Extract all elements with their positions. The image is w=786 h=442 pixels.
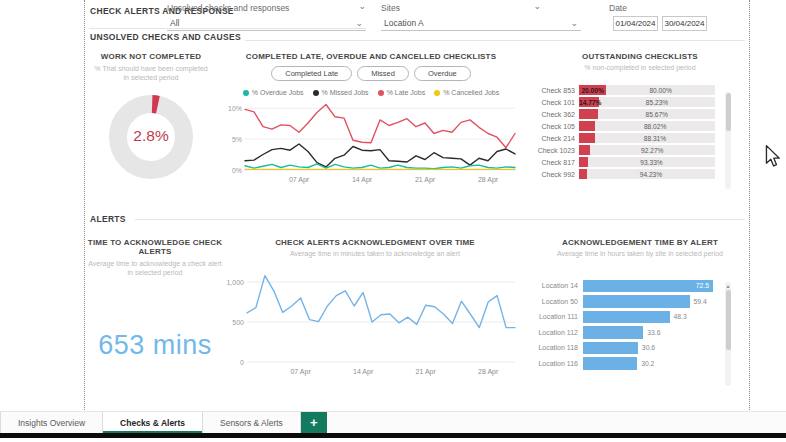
filter-unsolved-header[interactable]: Unsolved checks and responses ⌄ <box>167 3 366 13</box>
svg-text:10%: 10% <box>228 105 242 112</box>
table-row[interactable]: Check 36285.67% <box>529 108 751 120</box>
late-overdue-line-chart[interactable]: 0%5%10%07 Apr14 Apr21 Apr28 Apr <box>225 98 521 186</box>
legend-item[interactable]: % Missed Jobs <box>313 89 369 96</box>
bar-track: 88.02% <box>579 121 715 131</box>
location-label: Location 112 <box>529 329 583 336</box>
chart-button-overdue[interactable]: Overdue <box>414 66 471 81</box>
report-tab-bar: Insights OverviewChecks & AlertsSensors … <box>0 411 786 433</box>
filter-sites-header[interactable]: Sites ⌄ <box>381 3 541 13</box>
svg-text:14 Apr: 14 Apr <box>353 368 374 376</box>
bar-value-label: 33.6 <box>643 329 660 336</box>
checklist-label: Check 105 <box>529 123 579 130</box>
filter-unsolved-dropdown[interactable]: All ⌄ <box>167 16 366 31</box>
svg-text:0%: 0% <box>232 167 242 174</box>
table-row[interactable]: Check 21488.31% <box>529 132 751 144</box>
table-row[interactable]: Location 11148.3 <box>529 309 751 325</box>
mouse-cursor-icon <box>765 145 780 172</box>
tab-sensors-alerts[interactable]: Sensors & Alerts <box>203 412 301 433</box>
date-from-input[interactable]: 01/04/2024 <box>613 16 658 31</box>
completed-value-label: 85.67% <box>598 111 715 118</box>
table-row[interactable]: Check 81793.33% <box>529 156 751 168</box>
completed-value-label: 94.23% <box>587 171 715 178</box>
panel-title: WORK NOT COMPLETED <box>87 52 215 61</box>
bar-value-label: 30.2 <box>637 360 654 367</box>
svg-text:1,000: 1,000 <box>226 279 244 286</box>
ack-by-alert-bar-chart: Location 1472.5Location 5059.4Location 1… <box>529 278 751 371</box>
panel-subtitle: Average time in minutes taken to acknowl… <box>225 249 525 258</box>
chart-button-completed-late[interactable]: Completed Late <box>271 66 352 81</box>
svg-text:14 Apr: 14 Apr <box>352 176 373 184</box>
legend-dot-icon <box>243 90 249 96</box>
table-row[interactable]: Location 1472.5 <box>529 278 751 294</box>
table-row[interactable]: Check 102392.27% <box>529 144 751 156</box>
filter-sites-value: Location A <box>384 18 424 28</box>
location-label: Location 116 <box>529 360 583 367</box>
donut-chart[interactable]: 2.8% <box>104 90 198 184</box>
chart-button-missed[interactable]: Missed <box>357 66 409 81</box>
svg-text:28 Apr: 28 Apr <box>478 176 499 184</box>
section-alerts-label: ALERTS <box>90 214 126 224</box>
completed-value-label: 92.27% <box>590 147 715 154</box>
panel-completed-late: COMPLETED LATE, OVERDUE AND CANCELLED CH… <box>215 52 527 190</box>
section-divider <box>245 40 745 41</box>
table-row[interactable]: Location 11630.2 <box>529 356 751 372</box>
panel-ack-over-time: CHECK ALERTS ACKNOWLEDGMENT OVER TIME Av… <box>225 238 525 384</box>
checklist-label: Check 992 <box>529 171 579 178</box>
table-row[interactable]: Location 11830.6 <box>529 340 751 356</box>
svg-text:07 Apr: 07 Apr <box>289 176 310 184</box>
legend-item[interactable]: % Late Jobs <box>378 89 426 96</box>
legend-item[interactable]: % Overdue Jobs <box>243 89 304 96</box>
scrollbar-thumb[interactable] <box>726 290 731 350</box>
svg-text:0: 0 <box>240 359 244 366</box>
scrollbar-up-icon[interactable]: ▲ <box>725 283 731 289</box>
table-row[interactable]: Check 10588.02% <box>529 120 751 132</box>
filter-unsolved-label: Unsolved checks and responses <box>167 3 289 13</box>
table-row[interactable]: Location 5059.4 <box>529 294 751 310</box>
report-canvas: CHECK ALERTS AND RESPONSE Unsolved check… <box>84 0 750 412</box>
ack-over-time-line-chart[interactable]: 05001,00007 Apr14 Apr21 Apr28 Apr <box>225 264 521 380</box>
legend-item[interactable]: % Cancelled Jobs <box>434 89 499 96</box>
tab-insights-overview[interactable]: Insights Overview <box>0 412 103 433</box>
scrollbar[interactable]: ▲ <box>725 282 731 386</box>
section-unsolved-label: UNSOLVED CHECKS AND CAUSES <box>90 32 241 42</box>
scrollbar[interactable] <box>725 92 731 189</box>
chevron-down-icon: ⌄ <box>570 20 578 26</box>
chevron-down-icon: ⌄ <box>533 3 541 13</box>
legend-dot-icon <box>313 90 319 96</box>
date-filter-label: Date <box>609 3 627 13</box>
panel-time-to-ack: TIME TO ACKNOWLEDGE CHECK ALERTS Average… <box>85 238 225 361</box>
checklist-label: Check 362 <box>529 111 579 118</box>
scrollbar-thumb[interactable] <box>726 93 731 131</box>
panel-subtitle: % That should have been completed in sel… <box>87 64 215 82</box>
bar-track: 88.31% <box>579 133 715 143</box>
ack-time-bar <box>583 342 638 355</box>
panel-subtitle: Average time to acknowledge a check aler… <box>85 259 225 277</box>
panel-title: ACKNOWLEDGEMENT TIME BY ALERT <box>529 238 751 247</box>
tab-checks-alerts[interactable]: Checks & Alerts <box>103 412 203 433</box>
table-row[interactable]: Check 99294.23% <box>529 168 751 180</box>
svg-text:07 Apr: 07 Apr <box>290 368 311 376</box>
location-label: Location 14 <box>529 282 583 289</box>
outstanding-bar <box>579 109 598 119</box>
table-row[interactable]: Check 85320.00%80.00% <box>529 84 751 96</box>
add-page-button[interactable]: + <box>301 412 327 433</box>
table-row[interactable]: Location 11233.6 <box>529 325 751 341</box>
ack-time-value: 653 mins <box>85 330 225 361</box>
outstanding-bar <box>579 133 595 143</box>
completed-value-label: 88.31% <box>595 135 715 142</box>
outstanding-bar <box>579 169 587 179</box>
bar-track: 92.27% <box>579 145 715 155</box>
filter-sites-dropdown[interactable]: Location A ⌄ <box>381 16 581 31</box>
bar-track: 14.77%85.23% <box>579 97 715 107</box>
panel-ack-by-alert: ACKNOWLEDGEMENT TIME BY ALERT Average ti… <box>529 238 751 371</box>
bar-track: 93.33% <box>579 157 715 167</box>
checklist-label: Check 214 <box>529 135 579 142</box>
checklist-label: Check 817 <box>529 159 579 166</box>
completed-value-label: 88.02% <box>595 123 715 130</box>
powerbi-report-screen: CHECK ALERTS AND RESPONSE Unsolved check… <box>0 0 786 442</box>
date-to-input[interactable]: 30/04/2024 <box>662 16 707 31</box>
bar-track: 85.67% <box>579 109 715 119</box>
outstanding-bar <box>579 121 595 131</box>
svg-text:5%: 5% <box>232 136 242 143</box>
table-row[interactable]: Check 10114.77%85.23% <box>529 96 751 108</box>
